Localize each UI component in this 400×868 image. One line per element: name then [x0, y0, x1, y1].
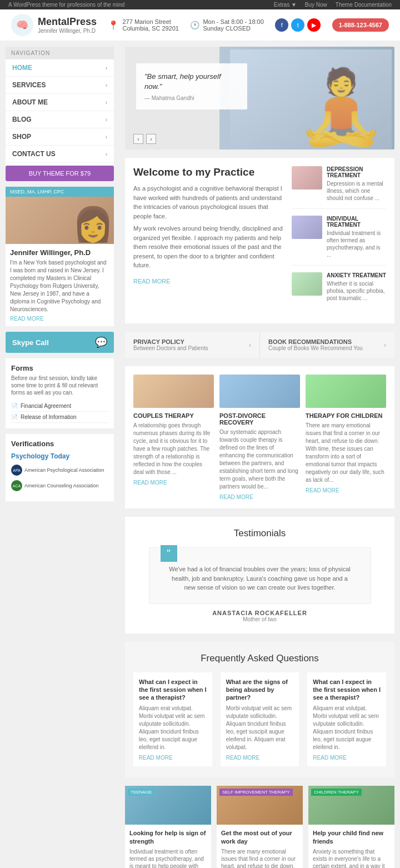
hours-line1: Mon - Sat 8:00 - 18:00 — [203, 18, 263, 25]
header: 🧠 MentalPress Jennifer Willinger, Ph.D 📍… — [0, 9, 400, 41]
testimonial-author: ANASTACIA ROCKAFELLER — [136, 610, 383, 616]
nav-section: NAVIGATION HOME › SERVICES › ABOUT ME › … — [6, 47, 114, 181]
content-wrapper: NAVIGATION HOME › SERVICES › ABOUT ME › … — [0, 41, 400, 868]
extras-link[interactable]: Extras ▼ — [274, 2, 297, 8]
address-line1: 277 Marion Street — [122, 18, 179, 25]
profile-read-more[interactable]: READ MORE — [10, 316, 109, 322]
form-link-release[interactable]: 📄 Release of Information — [11, 412, 108, 423]
blog-info-3: Help your child find new friends Anxiety… — [308, 825, 394, 868]
blog-tag-2: SELF IMPROVEMENT THERAPY — [219, 789, 293, 796]
blog-title-3[interactable]: Help your child find new friends — [313, 829, 390, 845]
nav-item-shop[interactable]: SHOP › — [6, 128, 114, 146]
aca-logo: ACA American Counseling Association — [11, 480, 108, 491]
book-text: BOOK RECOMMENDATIONS Couple of Books We … — [268, 338, 363, 351]
social-links: f t ▶ — [275, 18, 321, 32]
nav-item-services[interactable]: SERVICES › — [6, 77, 114, 94]
service-read-more-children[interactable]: READ MORE — [306, 487, 386, 493]
faq-read-more-3[interactable]: READ MORE — [313, 755, 381, 761]
blog-desc-1: Individual treatment is often termed as … — [129, 848, 207, 868]
slider-prev-button[interactable]: ‹ — [133, 134, 143, 144]
theme-doc-link[interactable]: Theme Documentation — [336, 2, 392, 8]
nav-title: NAVIGATION — [6, 47, 114, 59]
form-label-release: Release of Information — [21, 414, 77, 420]
faq-question-1: What can I expect in the first session w… — [139, 678, 207, 702]
skype-label: Skype Call — [12, 338, 49, 347]
nav-item-blog[interactable]: BLOG › — [6, 111, 114, 128]
buy-now-link[interactable]: Buy Now — [305, 2, 327, 8]
hero-quote: "Be smart, help yourself now." — [144, 72, 239, 92]
faq-grid: What can I expect in the first session w… — [133, 672, 386, 767]
faq-question-2: What are the signs of being abused by pa… — [226, 678, 294, 702]
address-icon: 📍 — [108, 20, 119, 31]
nav-arrow-shop: › — [106, 134, 107, 140]
service-card-divorce: POST-DIVORCE RECOVERY Our systematic app… — [219, 375, 300, 500]
testimonial-text: We've had a lot of financial troubles ov… — [166, 565, 354, 592]
nav-item-about[interactable]: ABOUT ME › — [6, 94, 114, 111]
service-read-more-divorce[interactable]: READ MORE — [219, 494, 300, 500]
form-icon-financial: 📄 — [11, 403, 18, 409]
treatment-img-individual — [292, 216, 322, 239]
nav-item-contact[interactable]: CONTACT US › — [6, 146, 114, 163]
blog-card-2: SELF IMPROVEMENT THERAPY Get the most ou… — [217, 786, 303, 868]
site-subtitle: Jennifer Willinger, Ph.D — [38, 28, 97, 34]
clock-icon: 🕐 — [190, 21, 199, 29]
form-link-financial[interactable]: 📄 Financial Agreement — [11, 401, 108, 412]
slider-next-button[interactable]: › — [146, 134, 156, 144]
book-recommendations-banner[interactable]: BOOK RECOMMENDATIONS Couple of Books We … — [260, 332, 394, 358]
hours-text: Mon - Sat 8:00 - 18:00 Sunday CLOSED — [203, 18, 263, 32]
buy-theme-button[interactable]: BUY THEME FOR $79 — [6, 166, 114, 181]
faq-read-more-2[interactable]: READ MORE — [226, 755, 294, 761]
verifications-title: Verifications — [11, 440, 108, 448]
slider-controls: ‹ › — [133, 134, 156, 144]
nav-item-home[interactable]: HOME › — [6, 59, 114, 77]
service-desc-couples: A relationship goes through numerous pha… — [133, 422, 214, 476]
hero-person-icon: 🧘 — [296, 65, 386, 149]
hero-author: — Mahatma Gandhi — [144, 95, 239, 101]
welcome-left: Welcome to my Practice As a psychologist… — [133, 166, 283, 315]
nav-arrow-blog: › — [106, 117, 107, 123]
blog-info-2: Get the most out of your work day There … — [217, 825, 303, 868]
aca-text: American Counseling Association — [24, 483, 99, 488]
profile-info: Jennifer Willinger, Ph.D I'm a New York … — [6, 244, 114, 326]
privacy-title: PRIVACY POLICY — [133, 338, 208, 345]
forms-desc: Before our first session, kindly take so… — [11, 375, 108, 396]
testimonials-title: Testimonials — [136, 528, 383, 539]
faq-item-3: What can I expect in the first session w… — [307, 672, 386, 767]
profile-bio: I'm a New York based psychologist and I … — [10, 259, 109, 313]
faq-answer-3: Aliquam erat volutpat. Morbi volutpat ve… — [313, 705, 381, 751]
welcome-read-more[interactable]: READ MORE — [133, 278, 171, 285]
treatment-title-depression: DEPRESSION TREATMENT — [327, 166, 386, 178]
hero-slider: "Be smart, help yourself now." — Mahatma… — [125, 47, 394, 149]
privacy-policy-banner[interactable]: PRIVACY POLICY Between Doctors and Patie… — [125, 332, 260, 358]
skype-icon: 💬 — [95, 336, 107, 348]
facebook-link[interactable]: f — [275, 18, 288, 32]
top-bar: A WordPress theme for professions of the… — [0, 0, 400, 9]
logo[interactable]: 🧠 MentalPress Jennifer Willinger, Ph.D — [11, 14, 97, 36]
welcome-section: Welcome to my Practice As a psychologist… — [125, 158, 394, 323]
form-label-financial: Financial Agreement — [21, 403, 71, 409]
twitter-link[interactable]: t — [291, 18, 304, 32]
service-desc-children: There are many emotional issues that fin… — [306, 422, 386, 484]
service-title-children: THERAPY FOR CHILDREN — [306, 412, 386, 419]
welcome-para-2: My work revolves around being friendly, … — [133, 224, 283, 270]
skype-call-button[interactable]: Skype Call 💬 — [6, 332, 114, 353]
info-banner: PRIVACY POLICY Between Doctors and Patie… — [125, 332, 394, 358]
blog-title-2[interactable]: Get the most out of your work day — [221, 829, 298, 845]
treatment-desc-anxiety: Whether it is social phobia, specific ph… — [327, 280, 386, 302]
blog-img-1: TEENAGE — [125, 786, 211, 825]
blog-img-2: SELF IMPROVEMENT THERAPY — [217, 786, 303, 825]
youtube-link[interactable]: ▶ — [307, 18, 321, 32]
phone-button[interactable]: 1-888-123-4567 — [332, 18, 389, 32]
service-img-couples — [133, 375, 214, 408]
treatment-item-individual: INDIVIDUAL TREATMENT Individual treatmen… — [292, 216, 386, 266]
service-read-more-couples[interactable]: READ MORE — [133, 480, 214, 486]
form-icon-release: 📄 — [11, 414, 18, 420]
logo-text: MentalPress Jennifer Willinger, Ph.D — [38, 16, 97, 34]
treatment-desc-depression: Depression is a mental illness, which on… — [327, 180, 386, 202]
testimonial-box: " We've had a lot of financial troubles … — [149, 547, 371, 604]
blog-title-1[interactable]: Looking for help is sign of strength — [129, 829, 207, 845]
service-desc-divorce: Our systematic approach towards couple t… — [219, 428, 300, 491]
address-line2: Columbia, SC 29201 — [122, 25, 179, 32]
address-text: 277 Marion Street Columbia, SC 29201 — [122, 18, 179, 32]
faq-read-more-1[interactable]: READ MORE — [139, 755, 207, 761]
